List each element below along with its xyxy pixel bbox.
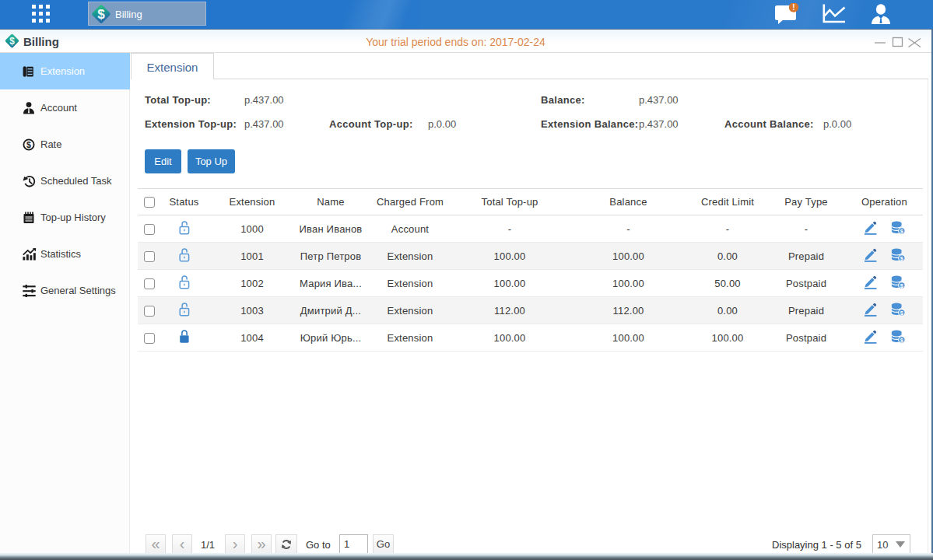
svg-text:$: $ (900, 337, 904, 344)
svg-text:$: $ (97, 7, 105, 22)
svg-text:$: $ (900, 310, 904, 317)
svg-text:$: $ (900, 228, 904, 235)
svg-text:!: ! (792, 3, 794, 12)
svg-text:$: $ (900, 282, 904, 289)
svg-text:$: $ (900, 255, 904, 262)
svg-text:$: $ (26, 139, 31, 149)
